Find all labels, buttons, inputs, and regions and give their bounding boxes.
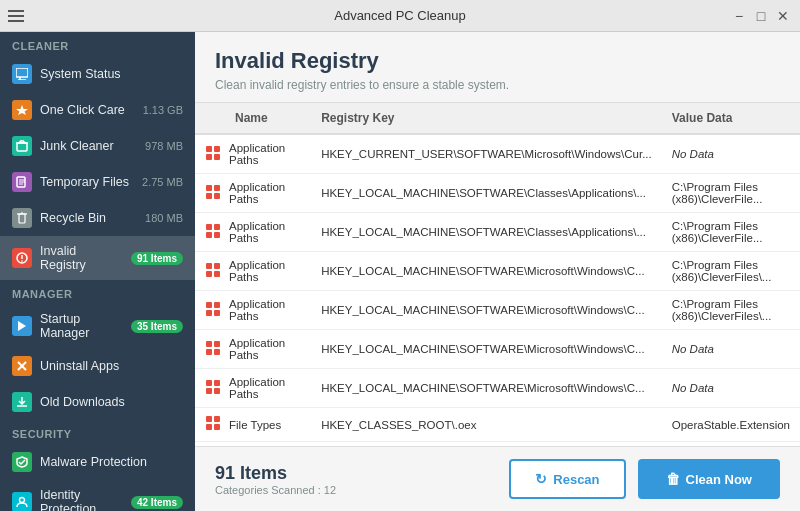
svg-rect-49 [214,380,220,386]
system-status-icon [12,64,32,84]
sidebar-item-junk-cleaner[interactable]: Junk Cleaner 978 MB [0,128,195,164]
minimize-button[interactable]: − [730,7,748,25]
junk-cleaner-label: Junk Cleaner [40,139,137,153]
clean-now-button[interactable]: 🗑 Clean Now [638,459,780,499]
svg-rect-38 [206,271,212,277]
items-count: 91 Items [215,463,336,484]
malware-protection-icon [12,452,32,472]
svg-rect-52 [206,416,212,422]
identity-protection-icon [12,492,32,511]
sidebar-item-old-downloads[interactable]: Old Downloads [0,384,195,420]
svg-rect-24 [206,146,212,152]
row-name-cell: Application Paths [195,213,311,252]
col-name-header: Name [195,103,311,134]
one-click-care-size: 1.13 GB [143,104,183,116]
sidebar-item-startup-manager[interactable]: Startup Manager 35 Items [0,304,195,348]
temporary-files-label: Temporary Files [40,175,134,189]
malware-protection-label: Malware Protection [40,455,183,469]
old-downloads-icon [12,392,32,412]
table-row: Application Paths HKEY_CURRENT_USER\SOFT… [195,134,800,174]
svg-rect-47 [214,349,220,355]
cleaner-section-label: Cleaner [0,32,195,56]
svg-rect-55 [214,424,220,430]
sidebar-item-recycle-bin[interactable]: Recycle Bin 180 MB [0,200,195,236]
junk-cleaner-icon [12,136,32,156]
sidebar-item-malware-protection[interactable]: Malware Protection [0,444,195,480]
svg-rect-34 [206,232,212,238]
page-title: Invalid Registry [215,48,780,74]
row-value-cell: No Data [662,134,800,174]
menu-icon[interactable] [8,10,24,22]
close-button[interactable]: ✕ [774,7,792,25]
identity-protection-label: Identity Protection [40,488,123,511]
footer-bar: 91 Items Categories Scanned : 12 ↻ Resca… [195,446,800,511]
svg-rect-43 [214,310,220,316]
sidebar-item-system-status[interactable]: System Status [0,56,195,92]
svg-rect-25 [214,146,220,152]
registry-row-icon [205,415,221,434]
table-row: File Types HKEY_CLASSES_ROOT\.oex OperaS… [195,408,800,442]
sidebar-item-uninstall-apps[interactable]: Uninstall Apps [0,348,195,384]
sidebar-item-one-click-care[interactable]: One Click Care 1.13 GB [0,92,195,128]
one-click-care-icon [12,100,32,120]
svg-rect-46 [206,349,212,355]
row-value-cell: C:\Program Files (x86)\CleverFiles\... [662,291,800,330]
registry-table: Name Registry Key Value Data [195,103,800,446]
svg-rect-29 [214,185,220,191]
security-section-label: Security [0,420,195,444]
table-row: Application Paths HKEY_LOCAL_MACHINE\SOF… [195,369,800,408]
row-value-cell: No Data [662,369,800,408]
registry-row-icon [205,184,221,203]
temporary-files-icon [12,172,32,192]
sidebar-item-temporary-files[interactable]: Temporary Files 2.75 MB [0,164,195,200]
rescan-button[interactable]: ↻ Rescan [509,459,625,499]
col-key-header: Registry Key [311,103,662,134]
titlebar: Advanced PC Cleanup − □ ✕ [0,0,800,32]
startup-manager-label: Startup Manager [40,312,123,340]
table-row: Application Paths HKEY_LOCAL_MACHINE\SOF… [195,291,800,330]
maximize-button[interactable]: □ [752,7,770,25]
table-body: Application Paths HKEY_CURRENT_USER\SOFT… [195,134,800,446]
row-key-cell: HKEY_LOCAL_MACHINE\SOFTWARE\Microsoft\Wi… [311,291,662,330]
row-key-cell: HKEY_LOCAL_MACHINE\SOFTWARE\Microsoft\Wi… [311,252,662,291]
svg-rect-44 [206,341,212,347]
row-key-cell: HKEY_CLASSES_ROOT\.oex [311,408,662,442]
row-name-cell: File Types [195,408,311,442]
sidebar: Cleaner System Status One Click Care 1.1… [0,32,195,511]
row-name-cell: Application Paths [195,174,311,213]
row-value-cell: C:\Program Files (x86)\CleverFile... [662,213,800,252]
categories-scanned: Categories Scanned : 12 [215,484,336,496]
identity-protection-badge: 42 Items [131,496,183,509]
table-row: Application Paths HKEY_LOCAL_MACHINE\SOF… [195,330,800,369]
svg-rect-30 [206,193,212,199]
page-subtitle: Clean invalid registry entries to ensure… [215,78,780,92]
registry-table-wrapper[interactable]: Name Registry Key Value Data [195,103,800,446]
content-header: Invalid Registry Clean invalid registry … [195,32,800,103]
invalid-registry-badge: 91 Items [131,252,183,265]
svg-rect-0 [16,68,28,77]
row-value-cell: OperaStable.Extension [662,408,800,442]
svg-rect-27 [214,154,220,160]
svg-rect-50 [206,388,212,394]
svg-rect-33 [214,224,220,230]
startup-manager-icon [12,316,32,336]
registry-row-icon [205,223,221,242]
app-title: Advanced PC Cleanup [334,8,466,23]
svg-point-23 [20,498,25,503]
row-key-cell: HKEY_LOCAL_MACHINE\SOFTWARE\Microsoft\Wi… [311,369,662,408]
svg-rect-41 [214,302,220,308]
sidebar-item-identity-protection[interactable]: Identity Protection 42 Items [0,480,195,511]
uninstall-apps-label: Uninstall Apps [40,359,183,373]
window-controls: − □ ✕ [730,7,792,25]
svg-rect-40 [206,302,212,308]
table-row: Application Paths HKEY_LOCAL_MACHINE\SOF… [195,174,800,213]
registry-row-icon [205,145,221,164]
row-name-cell: Application Paths [195,291,311,330]
rescan-icon: ↻ [535,471,547,487]
sidebar-item-invalid-registry[interactable]: Invalid Registry 91 Items [0,236,195,280]
invalid-registry-icon [12,248,32,268]
registry-row-icon [205,301,221,320]
svg-rect-42 [206,310,212,316]
svg-rect-54 [206,424,212,430]
registry-row-icon [205,379,221,398]
